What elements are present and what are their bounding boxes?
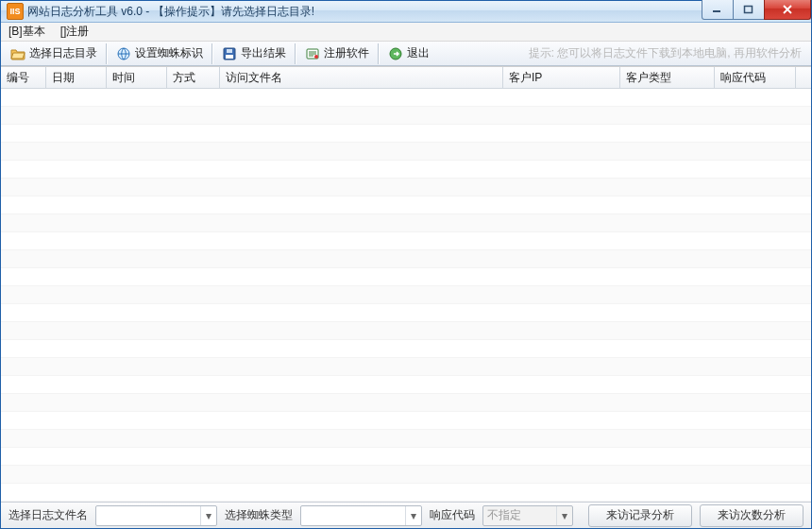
toolbar-separator	[295, 43, 296, 64]
table-row[interactable]	[1, 89, 811, 107]
analyze-records-button[interactable]: 来访记录分析	[588, 504, 692, 527]
close-button[interactable]	[764, 0, 811, 20]
analyze-count-button[interactable]: 来访次数分析	[700, 504, 804, 527]
table-row[interactable]	[1, 304, 811, 322]
folder-open-icon	[10, 46, 25, 61]
menu-bar: [B]基本 []注册	[1, 23, 811, 42]
column-header-ip[interactable]: 客户IP	[503, 67, 620, 88]
table-row[interactable]	[1, 286, 811, 304]
set-spider-button[interactable]: 设置蜘蛛标识	[110, 43, 209, 63]
exit-icon	[388, 46, 403, 61]
table-body[interactable]	[1, 89, 811, 502]
select-file-label: 选择日志文件名	[8, 507, 88, 523]
export-button[interactable]: 导出结果	[216, 43, 292, 63]
window-title: 网站日志分析工具 v6.0 - 【操作提示】请先选择日志目录!	[27, 4, 702, 20]
column-header-no[interactable]: 编号	[1, 67, 46, 88]
minimize-button[interactable]	[702, 0, 734, 20]
save-icon	[222, 46, 237, 61]
svg-rect-5	[227, 49, 232, 53]
app-window: IIS 网站日志分析工具 v6.0 - 【操作提示】请先选择日志目录! [B]基…	[0, 0, 812, 529]
column-header-type[interactable]: 客户类型	[620, 67, 715, 88]
table-row[interactable]	[1, 250, 811, 268]
column-header-code[interactable]: 响应代码	[715, 67, 796, 88]
log-table: 编号日期时间方式访问文件名客户IP客户类型响应代码	[1, 66, 811, 502]
svg-rect-1	[745, 7, 753, 13]
svg-rect-0	[713, 10, 720, 12]
maximize-button[interactable]	[733, 0, 765, 20]
response-code-label: 响应代码	[430, 507, 475, 523]
table-row[interactable]	[1, 232, 811, 250]
menu-register[interactable]: []注册	[57, 23, 93, 41]
toolbar-hint: 提示: 您可以将日志文件下载到本地电脑, 再用软件分析	[529, 45, 807, 61]
table-row[interactable]	[1, 340, 811, 358]
toolbar-separator	[106, 43, 108, 64]
chevron-down-icon: ▾	[200, 506, 216, 525]
table-row[interactable]	[1, 143, 811, 161]
globe-icon	[116, 46, 131, 61]
menu-basic[interactable]: [B]基本	[5, 23, 49, 41]
toolbar-label: 退出	[407, 45, 430, 61]
select-file-combo[interactable]: ▾	[95, 505, 217, 526]
chevron-down-icon: ▾	[405, 506, 421, 525]
register-software-button[interactable]: 注册软件	[299, 43, 375, 63]
table-row[interactable]	[1, 161, 811, 179]
table-row[interactable]	[1, 214, 811, 232]
table-row[interactable]	[1, 179, 811, 196]
table-row[interactable]	[1, 394, 811, 412]
spider-type-combo[interactable]: ▾	[300, 505, 422, 526]
table-row[interactable]	[1, 376, 811, 394]
toolbar-separator	[211, 43, 213, 64]
table-row[interactable]	[1, 448, 811, 466]
svg-rect-4	[226, 55, 233, 59]
table-row[interactable]	[1, 322, 811, 340]
table-row[interactable]	[1, 466, 811, 484]
table-row[interactable]	[1, 107, 811, 125]
table-header-row: 编号日期时间方式访问文件名客户IP客户类型响应代码	[1, 67, 811, 89]
chevron-down-icon: ▾	[556, 506, 572, 525]
table-row[interactable]	[1, 358, 811, 376]
toolbar-label: 注册软件	[324, 45, 369, 61]
app-icon: IIS	[7, 3, 24, 20]
column-header-time[interactable]: 时间	[107, 67, 167, 88]
title-bar[interactable]: IIS 网站日志分析工具 v6.0 - 【操作提示】请先选择日志目录!	[1, 1, 811, 23]
table-row[interactable]	[1, 484, 811, 502]
select-log-dir-button[interactable]: 选择日志目录	[5, 43, 103, 63]
table-row[interactable]	[1, 196, 811, 214]
window-controls	[702, 1, 811, 22]
toolbar-separator	[378, 43, 380, 64]
toolbar-label: 选择日志目录	[29, 45, 97, 61]
column-header-file[interactable]: 访问文件名	[220, 67, 503, 88]
svg-point-7	[314, 55, 318, 59]
table-row[interactable]	[1, 412, 811, 430]
column-header-date[interactable]: 日期	[46, 67, 107, 88]
table-row[interactable]	[1, 430, 811, 448]
response-code-value: 不指定	[483, 507, 556, 523]
exit-button[interactable]: 退出	[382, 43, 435, 63]
bottom-bar: 选择日志文件名 ▾ 选择蜘蛛类型 ▾ 响应代码 不指定 ▾ 来访记录分析 来访次…	[1, 502, 811, 528]
table-row[interactable]	[1, 268, 811, 286]
register-icon	[305, 46, 320, 61]
toolbar-label: 导出结果	[241, 45, 286, 61]
spider-type-label: 选择蜘蛛类型	[225, 507, 293, 523]
response-code-combo[interactable]: 不指定 ▾	[482, 505, 573, 526]
toolbar-label: 设置蜘蛛标识	[135, 45, 203, 61]
toolbar: 选择日志目录 设置蜘蛛标识 导出结果 注册软件	[1, 42, 811, 66]
table-row[interactable]	[1, 125, 811, 143]
column-header-method[interactable]: 方式	[167, 67, 220, 88]
